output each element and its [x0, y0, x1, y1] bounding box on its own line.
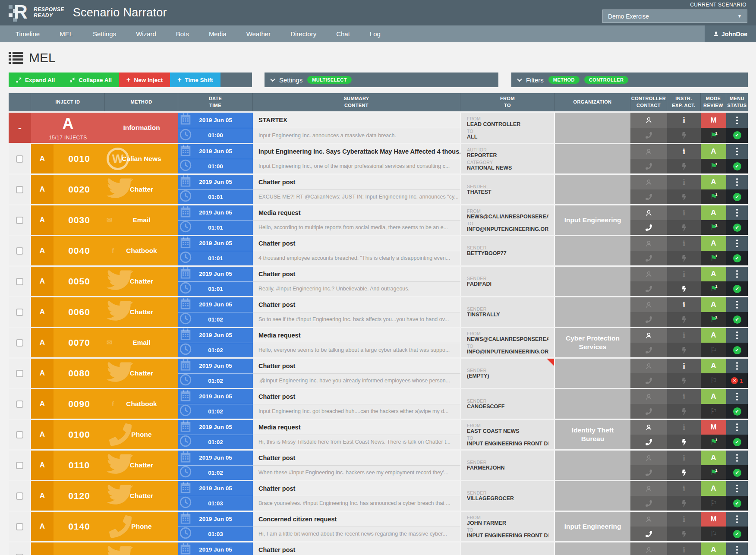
row-checkbox[interactable] [16, 339, 23, 347]
inject-date: 2019 Jun 05 [199, 179, 232, 185]
row-checkbox[interactable] [16, 554, 23, 555]
group-collapse-toggle[interactable]: - [9, 113, 31, 143]
row-checkbox[interactable] [16, 309, 23, 316]
row-checkbox[interactable] [16, 217, 23, 224]
time-shift-button[interactable]: + Time Shift [170, 73, 220, 87]
mel-inject-row[interactable]: A 0040 fChatbook 2019 Jun 05 01:01 Chatt… [9, 236, 748, 265]
row-checkbox[interactable] [16, 247, 23, 255]
mel-inject-row[interactable]: A 0110 Chatter 2019 Jun 05 01:02 Chatter… [9, 451, 748, 480]
mel-group-row[interactable]: - A 15/17 INJECTS Information 2019 Jun 0… [9, 113, 748, 143]
from-to-cell: SENDERVILLAGEGROCER [460, 481, 555, 511]
row-checkbox[interactable] [16, 370, 23, 377]
inject-time: 01:02 [208, 470, 223, 476]
mode-review-cell: A ⚑1 [701, 236, 726, 265]
mel-inject-row[interactable]: A 0020 Chatter 2019 Jun 05 01:01 Chatter… [9, 175, 748, 204]
mel-inject-row[interactable]: A 0100 Phone 2019 Jun 05 01:02 Media req… [9, 420, 748, 449]
nav-item-wizard[interactable]: Wizard [126, 25, 166, 42]
row-checkbox[interactable] [16, 400, 23, 408]
instr-exp-act-cell: i [667, 236, 701, 265]
row-select-cell [9, 267, 31, 296]
user-menu[interactable]: JohnDoe [705, 25, 756, 42]
mel-inject-row[interactable]: 2019 Jun 05 Chatter post SENDER i A ⚐ ✔ [9, 542, 748, 555]
row-checkbox[interactable] [16, 155, 23, 163]
nav-item-directory[interactable]: Directory [280, 25, 326, 42]
controller-contact-cell [630, 451, 667, 480]
party-value: NEWS@CALIANRESPONSEREADY.... [467, 214, 548, 220]
mel-inject-row[interactable]: A 0070 ✉Email 2019 Jun 05 01:02 Media re… [9, 328, 748, 357]
inject-date: 2019 Jun 05 [199, 424, 232, 430]
instr-exp-act-cell: i [667, 113, 701, 143]
nav-item-log[interactable]: Log [360, 25, 391, 42]
inject-id-cell: 0070 [54, 328, 105, 357]
row-menu-kebab-icon[interactable] [736, 209, 738, 217]
inject-prefix-cell: A [31, 389, 54, 419]
row-menu-kebab-icon[interactable] [736, 515, 738, 523]
row-menu-kebab-icon[interactable] [736, 148, 738, 155]
organization-cell [555, 113, 630, 143]
bolt-icon [682, 163, 687, 170]
calendar-icon [179, 236, 192, 251]
inject-id-cell: 0010 [54, 144, 105, 173]
new-inject-button[interactable]: + New Inject [119, 73, 170, 87]
mode-review-cell: M ⚑1 [701, 420, 726, 449]
expand-all-button[interactable]: Expand All [9, 73, 62, 87]
row-menu-kebab-icon[interactable] [736, 485, 738, 492]
row-checkbox[interactable] [16, 462, 23, 469]
row-checkbox[interactable] [16, 523, 23, 530]
mel-inject-row[interactable]: A 0060 Chatter 2019 Jun 05 01:02 Chatter… [9, 297, 748, 327]
row-menu-kebab-icon[interactable] [736, 117, 738, 124]
envelope-icon: ✉ [107, 216, 112, 224]
brand-line2: READY [34, 13, 64, 19]
row-menu-kebab-icon[interactable] [736, 240, 738, 247]
row-checkbox[interactable] [16, 278, 23, 285]
mel-inject-row[interactable]: A 0120 Chatter 2019 Jun 05 01:03 Chatter… [9, 481, 748, 511]
nav-item-settings[interactable]: Settings [83, 25, 126, 42]
instr-exp-act-cell: i [667, 481, 701, 511]
mel-inject-row[interactable]: A 0080 Chatter 2019 Jun 05 01:02 Chatter… [9, 359, 748, 388]
party-entry: FROMNEWS@CALIANRESPONSEREADY.... [467, 208, 548, 220]
phone-icon [646, 286, 652, 292]
mel-inject-row[interactable]: A 0140 Phone 2019 Jun 05 01:03 Concerned… [9, 512, 748, 541]
row-menu-kebab-icon[interactable] [736, 178, 738, 186]
mel-inject-row[interactable]: A 0090 fChatbook 2019 Jun 05 01:02 Chatt… [9, 389, 748, 419]
status-ok-icon: ✔ [733, 346, 741, 354]
row-menu-kebab-icon[interactable] [736, 362, 738, 370]
mel-inject-row[interactable]: A 0050 Chatter 2019 Jun 05 01:01 Chatter… [9, 267, 748, 296]
row-menu-kebab-icon[interactable] [736, 454, 738, 462]
date-time-cell: 2019 Jun 05 01:02 [178, 328, 253, 357]
collapse-all-button[interactable]: Collapse All [62, 73, 119, 87]
info-icon: i [683, 240, 685, 248]
inject-prefix-cell: A [31, 451, 54, 480]
nav-item-mel[interactable]: MEL [50, 25, 83, 42]
method-cell: Chatter [105, 267, 178, 296]
row-menu-kebab-icon[interactable] [736, 331, 738, 339]
nav-item-chat[interactable]: Chat [326, 25, 360, 42]
row-checkbox[interactable] [16, 492, 23, 500]
party-label: TO [467, 129, 548, 134]
nav-item-weather[interactable]: Weather [236, 25, 280, 42]
row-menu-kebab-icon[interactable] [736, 423, 738, 431]
info-icon: i [683, 362, 685, 370]
nav-item-bots[interactable]: Bots [166, 25, 199, 42]
menu-status-cell: ✔ [726, 297, 748, 327]
row-menu-kebab-icon[interactable] [736, 546, 738, 554]
settings-panel-toggle[interactable]: Settings MULTISELECT [265, 73, 498, 87]
method-label: Phone [131, 431, 151, 438]
mel-inject-row[interactable]: A 0010 WCalian News 2019 Jun 05 01:00 In… [9, 144, 748, 173]
row-menu-kebab-icon[interactable] [736, 393, 738, 400]
row-checkbox[interactable] [16, 186, 23, 193]
row-select-cell [9, 451, 31, 480]
inject-prefix-cell: A [31, 481, 54, 511]
logo-r-letter: R [14, 2, 28, 22]
organization-cell [555, 451, 630, 480]
row-checkbox[interactable] [16, 431, 23, 438]
mel-inject-row[interactable]: A 0030 ✉Email 2019 Jun 05 01:01 Media re… [9, 205, 748, 235]
filters-panel-toggle[interactable]: Filters METHOD CONTROLLER [511, 73, 748, 87]
scenario-dropdown[interactable]: Demo Exercise ▼ [602, 9, 747, 23]
nav-item-media[interactable]: Media [199, 25, 236, 42]
chatter-bird-icon [107, 363, 133, 385]
row-menu-kebab-icon[interactable] [736, 270, 738, 278]
row-menu-kebab-icon[interactable] [736, 301, 738, 309]
clock-icon [179, 343, 192, 358]
nav-item-timeline[interactable]: Timeline [6, 25, 50, 42]
